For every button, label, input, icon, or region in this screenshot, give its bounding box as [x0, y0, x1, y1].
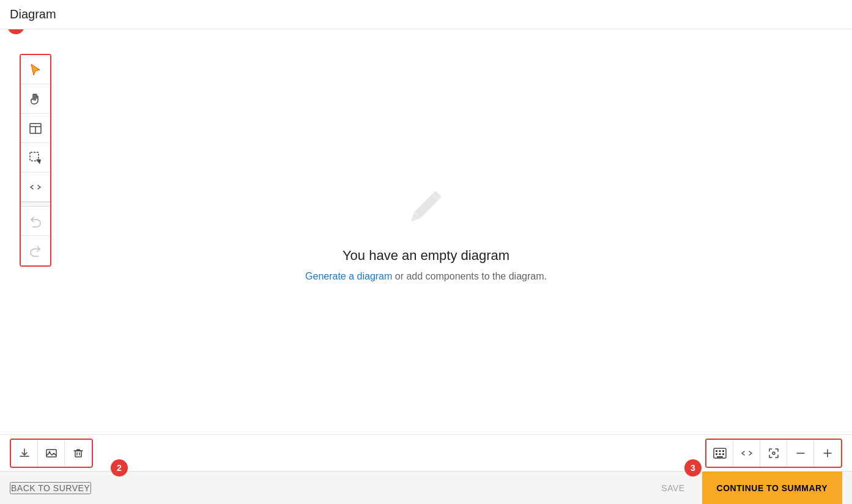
minus-icon	[795, 447, 807, 459]
main-area: 1	[0, 29, 852, 434]
plus-icon	[821, 447, 834, 459]
canvas-area: You have an empty diagram Generate a dia…	[0, 29, 852, 434]
embed-tool[interactable]	[21, 172, 50, 202]
footer: BACK TO SURVEY SAVE CONTINUE TO SUMMARY	[0, 471, 852, 504]
pencil-icon	[402, 182, 451, 231]
select-tool[interactable]	[21, 55, 50, 84]
redo-icon	[29, 244, 42, 258]
generate-diagram-link[interactable]: Generate a diagram	[305, 271, 392, 281]
focus-button[interactable]	[760, 440, 787, 467]
keyboard-shortcuts-button[interactable]	[706, 440, 733, 467]
svg-rect-13	[716, 453, 717, 455]
code-icon	[741, 447, 753, 459]
svg-rect-14	[719, 453, 720, 455]
svg-point-17	[772, 452, 775, 454]
entity-icon	[29, 122, 42, 135]
svg-rect-11	[719, 450, 720, 452]
pan-tool[interactable]	[21, 84, 50, 114]
empty-diagram-icon	[402, 182, 451, 233]
svg-rect-4	[46, 450, 56, 457]
entity-tool[interactable]	[21, 114, 50, 143]
download-icon	[18, 447, 31, 459]
badge-3: 3	[684, 459, 702, 476]
svg-rect-3	[30, 152, 39, 161]
undo-button[interactable]	[21, 207, 50, 236]
svg-rect-12	[722, 450, 724, 452]
zoom-out-button[interactable]	[787, 440, 814, 467]
image-icon	[45, 447, 57, 459]
undo-icon	[29, 215, 42, 228]
delete-icon	[72, 447, 84, 459]
footer-right: SAVE CONTINUE TO SUMMARY	[654, 472, 842, 505]
marquee-icon	[29, 151, 42, 165]
bottom-right-tools	[705, 439, 842, 468]
svg-rect-10	[716, 450, 717, 452]
redo-button[interactable]	[21, 236, 50, 265]
empty-diagram-title: You have an empty diagram	[343, 248, 509, 264]
cursor-icon	[29, 63, 42, 76]
svg-rect-6	[75, 451, 81, 457]
badge-2: 2	[111, 459, 128, 476]
header: Diagram	[0, 0, 852, 29]
download-button[interactable]	[11, 440, 38, 467]
empty-diagram-desc: Generate a diagram or add components to …	[305, 271, 547, 282]
keyboard-icon	[713, 448, 727, 459]
image-button[interactable]	[38, 440, 65, 467]
bottom-left-tools	[10, 439, 93, 468]
left-toolbar	[20, 54, 51, 267]
svg-rect-16	[717, 456, 723, 458]
continue-to-summary-button[interactable]: CONTINUE TO SUMMARY	[702, 472, 842, 505]
delete-button[interactable]	[65, 440, 92, 467]
back-to-survey-button[interactable]: BACK TO SURVEY	[10, 482, 91, 494]
embed-icon	[29, 180, 42, 194]
code-button[interactable]	[733, 440, 760, 467]
empty-diagram-desc-suffix: or add components to the diagram.	[395, 271, 547, 281]
page-title: Diagram	[10, 7, 56, 21]
bottom-toolbar: 2 3	[0, 434, 852, 471]
focus-icon	[768, 447, 780, 459]
toolbar-divider	[21, 202, 50, 207]
save-button[interactable]: SAVE	[654, 478, 692, 498]
zoom-in-button[interactable]	[814, 440, 841, 467]
svg-rect-15	[722, 453, 724, 455]
hand-icon	[29, 92, 42, 106]
marquee-tool[interactable]	[21, 143, 50, 172]
